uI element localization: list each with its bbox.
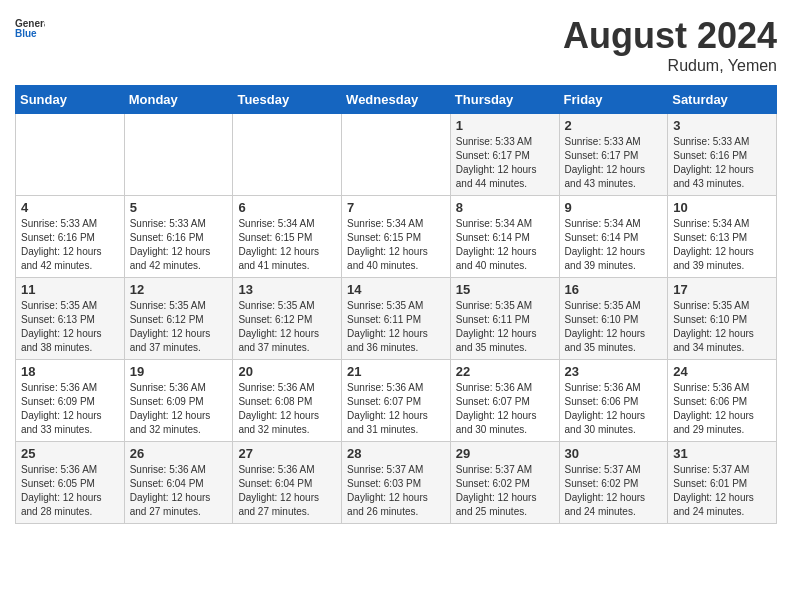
day-number: 10 <box>673 200 771 215</box>
day-cell: 31Sunrise: 5:37 AM Sunset: 6:01 PM Dayli… <box>668 442 777 524</box>
day-info: Sunrise: 5:37 AM Sunset: 6:02 PM Dayligh… <box>565 463 663 519</box>
day-number: 11 <box>21 282 119 297</box>
day-number: 21 <box>347 364 445 379</box>
day-info: Sunrise: 5:33 AM Sunset: 6:16 PM Dayligh… <box>130 217 228 273</box>
svg-text:Blue: Blue <box>15 28 37 37</box>
day-number: 3 <box>673 118 771 133</box>
day-number: 12 <box>130 282 228 297</box>
day-info: Sunrise: 5:37 AM Sunset: 6:03 PM Dayligh… <box>347 463 445 519</box>
day-info: Sunrise: 5:35 AM Sunset: 6:11 PM Dayligh… <box>347 299 445 355</box>
day-cell: 23Sunrise: 5:36 AM Sunset: 6:06 PM Dayli… <box>559 360 668 442</box>
day-cell <box>124 114 233 196</box>
day-cell: 26Sunrise: 5:36 AM Sunset: 6:04 PM Dayli… <box>124 442 233 524</box>
day-info: Sunrise: 5:35 AM Sunset: 6:12 PM Dayligh… <box>238 299 336 355</box>
day-number: 23 <box>565 364 663 379</box>
day-info: Sunrise: 5:36 AM Sunset: 6:04 PM Dayligh… <box>238 463 336 519</box>
day-info: Sunrise: 5:34 AM Sunset: 6:13 PM Dayligh… <box>673 217 771 273</box>
week-row-5: 25Sunrise: 5:36 AM Sunset: 6:05 PM Dayli… <box>16 442 777 524</box>
day-info: Sunrise: 5:34 AM Sunset: 6:14 PM Dayligh… <box>456 217 554 273</box>
day-info: Sunrise: 5:36 AM Sunset: 6:06 PM Dayligh… <box>565 381 663 437</box>
logo-icon: General Blue <box>15 15 45 37</box>
day-cell: 21Sunrise: 5:36 AM Sunset: 6:07 PM Dayli… <box>342 360 451 442</box>
day-number: 13 <box>238 282 336 297</box>
day-cell: 30Sunrise: 5:37 AM Sunset: 6:02 PM Dayli… <box>559 442 668 524</box>
day-info: Sunrise: 5:36 AM Sunset: 6:06 PM Dayligh… <box>673 381 771 437</box>
day-cell: 24Sunrise: 5:36 AM Sunset: 6:06 PM Dayli… <box>668 360 777 442</box>
day-cell: 5Sunrise: 5:33 AM Sunset: 6:16 PM Daylig… <box>124 196 233 278</box>
day-number: 4 <box>21 200 119 215</box>
days-header-row: SundayMondayTuesdayWednesdayThursdayFrid… <box>16 86 777 114</box>
day-number: 7 <box>347 200 445 215</box>
day-number: 18 <box>21 364 119 379</box>
day-number: 20 <box>238 364 336 379</box>
day-info: Sunrise: 5:36 AM Sunset: 6:09 PM Dayligh… <box>21 381 119 437</box>
day-cell <box>16 114 125 196</box>
day-number: 25 <box>21 446 119 461</box>
day-number: 14 <box>347 282 445 297</box>
day-number: 22 <box>456 364 554 379</box>
logo: General Blue <box>15 15 45 37</box>
day-cell: 20Sunrise: 5:36 AM Sunset: 6:08 PM Dayli… <box>233 360 342 442</box>
day-info: Sunrise: 5:35 AM Sunset: 6:10 PM Dayligh… <box>673 299 771 355</box>
day-header-tuesday: Tuesday <box>233 86 342 114</box>
day-header-friday: Friday <box>559 86 668 114</box>
day-number: 26 <box>130 446 228 461</box>
day-cell: 15Sunrise: 5:35 AM Sunset: 6:11 PM Dayli… <box>450 278 559 360</box>
day-cell: 2Sunrise: 5:33 AM Sunset: 6:17 PM Daylig… <box>559 114 668 196</box>
day-cell: 25Sunrise: 5:36 AM Sunset: 6:05 PM Dayli… <box>16 442 125 524</box>
day-cell: 10Sunrise: 5:34 AM Sunset: 6:13 PM Dayli… <box>668 196 777 278</box>
day-number: 9 <box>565 200 663 215</box>
day-number: 15 <box>456 282 554 297</box>
day-info: Sunrise: 5:37 AM Sunset: 6:02 PM Dayligh… <box>456 463 554 519</box>
day-cell <box>233 114 342 196</box>
day-cell: 16Sunrise: 5:35 AM Sunset: 6:10 PM Dayli… <box>559 278 668 360</box>
day-number: 31 <box>673 446 771 461</box>
day-number: 2 <box>565 118 663 133</box>
day-header-wednesday: Wednesday <box>342 86 451 114</box>
day-info: Sunrise: 5:36 AM Sunset: 6:08 PM Dayligh… <box>238 381 336 437</box>
day-cell: 7Sunrise: 5:34 AM Sunset: 6:15 PM Daylig… <box>342 196 451 278</box>
day-cell: 17Sunrise: 5:35 AM Sunset: 6:10 PM Dayli… <box>668 278 777 360</box>
day-number: 17 <box>673 282 771 297</box>
day-info: Sunrise: 5:36 AM Sunset: 6:09 PM Dayligh… <box>130 381 228 437</box>
day-info: Sunrise: 5:35 AM Sunset: 6:12 PM Dayligh… <box>130 299 228 355</box>
day-info: Sunrise: 5:37 AM Sunset: 6:01 PM Dayligh… <box>673 463 771 519</box>
calendar-table: SundayMondayTuesdayWednesdayThursdayFrid… <box>15 85 777 524</box>
day-number: 8 <box>456 200 554 215</box>
day-cell: 18Sunrise: 5:36 AM Sunset: 6:09 PM Dayli… <box>16 360 125 442</box>
week-row-2: 4Sunrise: 5:33 AM Sunset: 6:16 PM Daylig… <box>16 196 777 278</box>
day-info: Sunrise: 5:35 AM Sunset: 6:11 PM Dayligh… <box>456 299 554 355</box>
day-number: 6 <box>238 200 336 215</box>
day-cell: 19Sunrise: 5:36 AM Sunset: 6:09 PM Dayli… <box>124 360 233 442</box>
day-info: Sunrise: 5:35 AM Sunset: 6:10 PM Dayligh… <box>565 299 663 355</box>
day-cell: 14Sunrise: 5:35 AM Sunset: 6:11 PM Dayli… <box>342 278 451 360</box>
day-info: Sunrise: 5:34 AM Sunset: 6:14 PM Dayligh… <box>565 217 663 273</box>
day-number: 30 <box>565 446 663 461</box>
day-number: 24 <box>673 364 771 379</box>
day-number: 5 <box>130 200 228 215</box>
day-info: Sunrise: 5:36 AM Sunset: 6:07 PM Dayligh… <box>347 381 445 437</box>
day-info: Sunrise: 5:34 AM Sunset: 6:15 PM Dayligh… <box>238 217 336 273</box>
day-info: Sunrise: 5:36 AM Sunset: 6:05 PM Dayligh… <box>21 463 119 519</box>
day-info: Sunrise: 5:36 AM Sunset: 6:07 PM Dayligh… <box>456 381 554 437</box>
day-info: Sunrise: 5:34 AM Sunset: 6:15 PM Dayligh… <box>347 217 445 273</box>
week-row-4: 18Sunrise: 5:36 AM Sunset: 6:09 PM Dayli… <box>16 360 777 442</box>
day-number: 1 <box>456 118 554 133</box>
day-info: Sunrise: 5:36 AM Sunset: 6:04 PM Dayligh… <box>130 463 228 519</box>
week-row-3: 11Sunrise: 5:35 AM Sunset: 6:13 PM Dayli… <box>16 278 777 360</box>
day-cell: 22Sunrise: 5:36 AM Sunset: 6:07 PM Dayli… <box>450 360 559 442</box>
day-number: 27 <box>238 446 336 461</box>
day-cell: 1Sunrise: 5:33 AM Sunset: 6:17 PM Daylig… <box>450 114 559 196</box>
day-info: Sunrise: 5:35 AM Sunset: 6:13 PM Dayligh… <box>21 299 119 355</box>
day-cell: 27Sunrise: 5:36 AM Sunset: 6:04 PM Dayli… <box>233 442 342 524</box>
day-cell: 29Sunrise: 5:37 AM Sunset: 6:02 PM Dayli… <box>450 442 559 524</box>
day-cell: 6Sunrise: 5:34 AM Sunset: 6:15 PM Daylig… <box>233 196 342 278</box>
week-row-1: 1Sunrise: 5:33 AM Sunset: 6:17 PM Daylig… <box>16 114 777 196</box>
day-cell: 8Sunrise: 5:34 AM Sunset: 6:14 PM Daylig… <box>450 196 559 278</box>
day-cell: 13Sunrise: 5:35 AM Sunset: 6:12 PM Dayli… <box>233 278 342 360</box>
day-header-thursday: Thursday <box>450 86 559 114</box>
day-info: Sunrise: 5:33 AM Sunset: 6:16 PM Dayligh… <box>673 135 771 191</box>
month-year: August 2024 <box>563 15 777 57</box>
day-info: Sunrise: 5:33 AM Sunset: 6:17 PM Dayligh… <box>565 135 663 191</box>
location: Rudum, Yemen <box>563 57 777 75</box>
